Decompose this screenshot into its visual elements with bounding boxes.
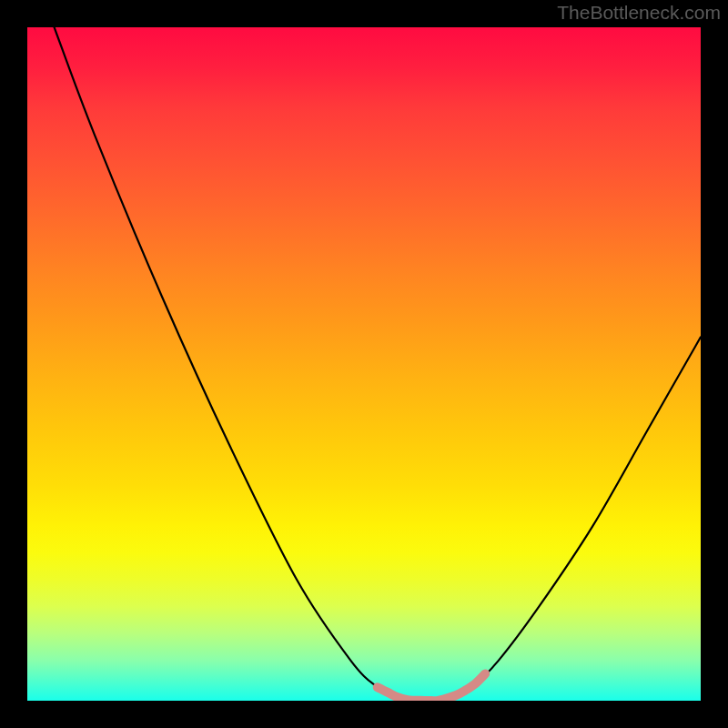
optimal-region-highlight [378,673,485,701]
bottleneck-curve [27,27,701,701]
watermark-text: TheBottleneck.com [557,2,721,24]
chart-plot-area [27,27,701,701]
curve-line [55,27,701,701]
